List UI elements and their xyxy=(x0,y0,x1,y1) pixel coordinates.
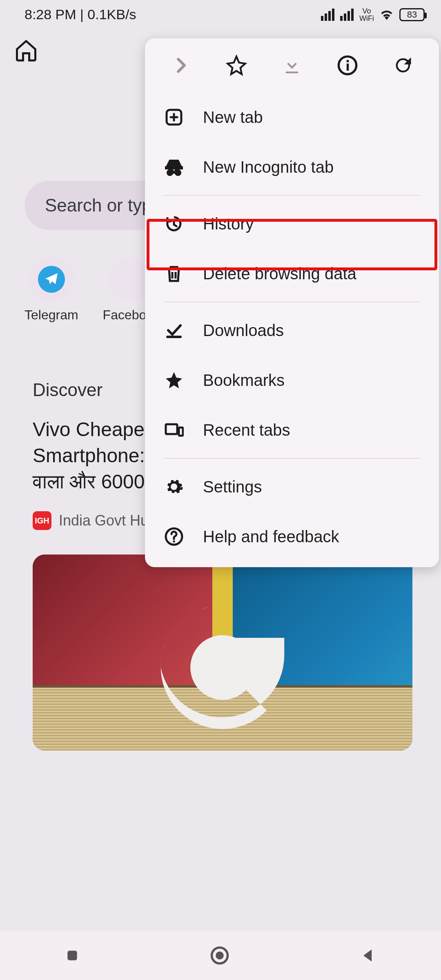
telegram-icon xyxy=(38,266,65,293)
svg-rect-5 xyxy=(347,60,349,62)
svg-rect-9 xyxy=(166,424,177,434)
menu-delete-data[interactable]: Delete browsing data xyxy=(145,249,439,298)
vowifi-top: Vo xyxy=(359,7,374,15)
menu-label: Recent tabs xyxy=(203,421,290,439)
star-icon[interactable] xyxy=(224,53,249,78)
menu-icon-row xyxy=(145,38,439,92)
svg-rect-10 xyxy=(179,428,183,436)
trash-icon xyxy=(163,263,185,285)
history-icon xyxy=(163,213,185,235)
reload-icon[interactable] xyxy=(391,53,415,78)
battery-icon: 83 xyxy=(399,8,425,21)
menu-label: History xyxy=(203,215,254,233)
signal-icon xyxy=(321,9,334,21)
menu-label: New Incognito tab xyxy=(203,158,334,176)
system-nav-bar xyxy=(0,931,441,980)
shortcut-telegram[interactable]: Telegram xyxy=(24,257,78,323)
menu-label: New tab xyxy=(203,108,263,127)
home-button[interactable] xyxy=(14,38,38,62)
menu-label: Settings xyxy=(203,478,262,496)
help-icon xyxy=(163,526,185,548)
article-source: India Govt Hub xyxy=(59,512,157,529)
shortcut-label: Telegram xyxy=(24,307,78,323)
menu-recent-tabs[interactable]: Recent tabs xyxy=(145,405,439,455)
overflow-menu: New tab New Incognito tab History Delete… xyxy=(145,38,439,567)
menu-new-tab[interactable]: New tab xyxy=(145,92,439,142)
recents-button[interactable] xyxy=(64,947,80,964)
menu-divider xyxy=(163,458,421,459)
menu-divider xyxy=(163,302,421,302)
status-bar: 8:28 PM | 0.1KB/s Vo WiFi 83 xyxy=(0,0,441,26)
home-nav-button[interactable] xyxy=(209,945,230,966)
menu-help[interactable]: Help and feedback xyxy=(145,512,439,561)
svg-point-15 xyxy=(216,951,224,960)
info-icon[interactable] xyxy=(335,53,360,78)
downloads-icon xyxy=(163,319,185,341)
svg-rect-4 xyxy=(347,64,349,71)
forward-icon[interactable] xyxy=(169,53,193,78)
google-g-icon xyxy=(149,594,296,741)
menu-incognito[interactable]: New Incognito tab xyxy=(145,142,439,192)
menu-downloads[interactable]: Downloads xyxy=(145,305,439,355)
svg-point-12 xyxy=(173,540,175,542)
vowifi-icon: Vo WiFi xyxy=(359,7,374,22)
menu-history[interactable]: History xyxy=(145,199,439,249)
gear-icon xyxy=(163,476,185,498)
menu-settings[interactable]: Settings xyxy=(145,462,439,512)
recent-tabs-icon xyxy=(163,419,185,441)
status-sep: | xyxy=(76,7,88,22)
download-icon[interactable] xyxy=(280,53,304,78)
back-nav-button[interactable] xyxy=(359,947,377,964)
source-badge: IGH xyxy=(33,511,51,530)
vowifi-bot: WiFi xyxy=(359,15,374,22)
menu-label: Delete browsing data xyxy=(203,265,356,283)
menu-divider xyxy=(163,195,421,196)
wifi-icon xyxy=(380,8,394,22)
battery-level: 83 xyxy=(407,9,417,20)
menu-bookmarks[interactable]: Bookmarks xyxy=(145,355,439,405)
svg-rect-13 xyxy=(68,951,77,960)
new-tab-icon xyxy=(163,106,185,128)
shortcut-circle xyxy=(29,257,74,302)
menu-label: Help and feedback xyxy=(203,528,339,546)
status-left: 8:28 PM | 0.1KB/s xyxy=(24,7,136,22)
net-speed: 0.1KB/s xyxy=(87,7,136,22)
status-right: Vo WiFi 83 xyxy=(321,7,425,22)
menu-label: Downloads xyxy=(203,321,284,340)
clock-text: 8:28 PM xyxy=(24,7,76,22)
incognito-icon xyxy=(163,156,185,178)
discover-card-image[interactable] xyxy=(33,555,412,751)
signal-icon-2 xyxy=(340,9,354,21)
bookmarks-star-icon xyxy=(163,369,185,391)
menu-label: Bookmarks xyxy=(203,371,285,390)
